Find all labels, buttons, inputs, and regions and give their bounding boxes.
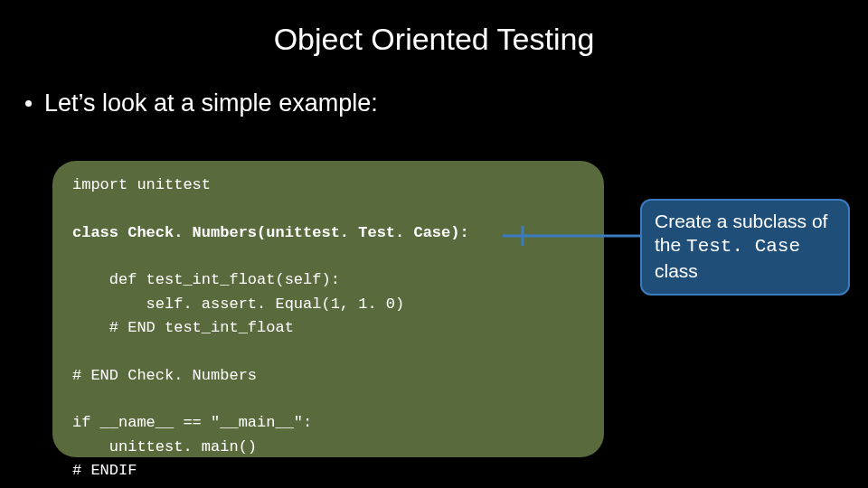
code-line: # ENDIF xyxy=(72,459,584,483)
callout-text-post: class xyxy=(655,260,698,281)
code-line: # END Check. Numbers xyxy=(72,364,584,388)
code-blank xyxy=(72,388,584,411)
bullet-dot-icon xyxy=(25,100,32,107)
bullet-text: Let’s look at a simple example: xyxy=(44,89,378,117)
code-blank xyxy=(72,340,584,363)
code-line: self. assert. Equal(1, 1. 0) xyxy=(72,293,584,316)
code-line: unittest. main() xyxy=(72,436,584,459)
bullet-item: Let’s look at a simple example: xyxy=(25,89,868,117)
slide-title: Object Oriented Testing xyxy=(0,22,868,57)
code-line: # END test_int_float xyxy=(72,316,584,340)
callout-box: Create a subclass of the Test. Case clas… xyxy=(640,199,850,296)
callout-text-mono: Test. Case xyxy=(686,236,800,257)
code-block: import unittest class Check. Numbers(uni… xyxy=(52,161,604,457)
code-blank xyxy=(72,197,584,221)
code-line: if __name__ == "__main__": xyxy=(72,411,584,435)
code-line-class: class Check. Numbers(unittest. Test. Cas… xyxy=(72,221,584,245)
code-line: def test_int_float(self): xyxy=(72,268,584,292)
code-line: import unittest xyxy=(72,174,584,197)
code-blank xyxy=(72,245,584,268)
